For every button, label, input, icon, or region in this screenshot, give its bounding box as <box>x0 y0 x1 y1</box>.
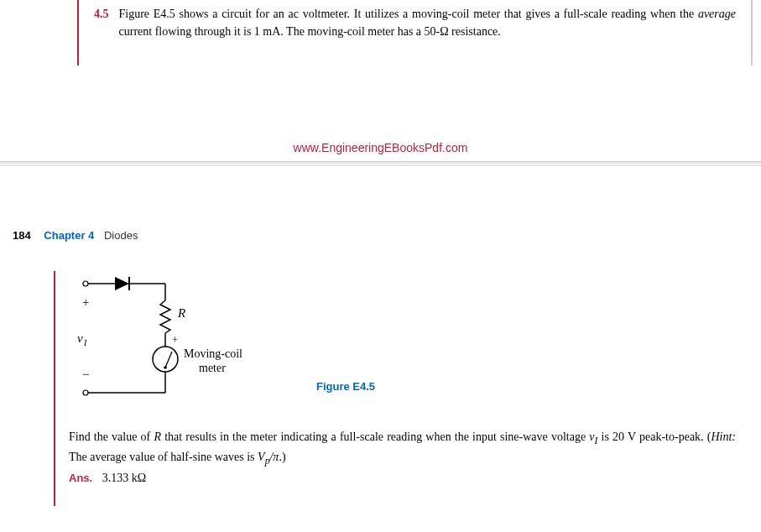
content-area: R + Moving-coil meter + v I − Figure E4.… <box>0 271 761 487</box>
q-hint-label: Hint: <box>711 430 736 443</box>
svg-line-5 <box>165 352 172 368</box>
exercise-number: 4.5 <box>94 5 109 23</box>
input-v-sub: I <box>83 338 87 347</box>
input-v: v <box>77 331 83 345</box>
q-pi: /π <box>269 451 279 463</box>
meter-plus: + <box>172 333 178 346</box>
q-r: R <box>154 430 161 443</box>
resistor-label: R <box>177 306 185 320</box>
page-number: 184 <box>13 229 31 242</box>
answer-value: 3.133 kΩ <box>102 472 146 484</box>
input-minus: − <box>82 368 89 381</box>
terminal-top <box>83 281 88 286</box>
q-hint-text: The average value of half-sine waves is <box>69 451 258 463</box>
divider-red-left <box>54 271 55 506</box>
q-text-2: that results in the meter indicating a f… <box>161 430 589 443</box>
watermark-text: www.EngineeringEBooksPdf.com <box>0 141 761 154</box>
meter-label-1: Moving-coil <box>184 347 242 360</box>
chapter-label: Chapter 4 <box>44 229 94 242</box>
page-header: 184 Chapter 4 Diodes <box>13 229 761 242</box>
divider-gray-right <box>751 0 753 65</box>
page-top-section: 4.5 Figure E4.5 shows a circuit for an a… <box>0 0 761 40</box>
meter-label-2: meter <box>199 362 226 374</box>
q-end: .) <box>279 451 285 463</box>
exercise-header: 4.5 Figure E4.5 shows a circuit for an a… <box>94 5 736 40</box>
terminal-bottom <box>83 390 88 395</box>
svg-point-6 <box>164 366 167 369</box>
q-vp: V <box>258 451 265 463</box>
resistor-icon <box>160 300 170 333</box>
chapter-title: Diodes <box>104 229 138 242</box>
figure-caption: Figure E4.5 <box>316 380 375 393</box>
input-plus: + <box>82 295 89 309</box>
exercise-text-1: Figure E4.5 shows a circuit for an ac vo… <box>119 8 698 20</box>
circuit-diagram: R + Moving-coil meter + v I − <box>69 271 270 401</box>
circuit-row: R + Moving-coil meter + v I − Figure E4.… <box>69 271 761 401</box>
exercise-text-2: current flowing through it is 1 mA. The … <box>119 25 501 38</box>
question-block: Find the value of R that results in the … <box>69 428 736 487</box>
exercise-text-italic: average <box>698 8 736 20</box>
answer-label: Ans. <box>69 472 92 484</box>
diode-icon <box>115 277 129 290</box>
q-text-3: is 20 V peak-to-peak. ( <box>597 430 711 443</box>
page-divider <box>0 161 761 166</box>
exercise-text: Figure E4.5 shows a circuit for an ac vo… <box>119 5 737 40</box>
divider-red-top <box>77 0 79 65</box>
q-text-1: Find the value of <box>69 430 154 443</box>
